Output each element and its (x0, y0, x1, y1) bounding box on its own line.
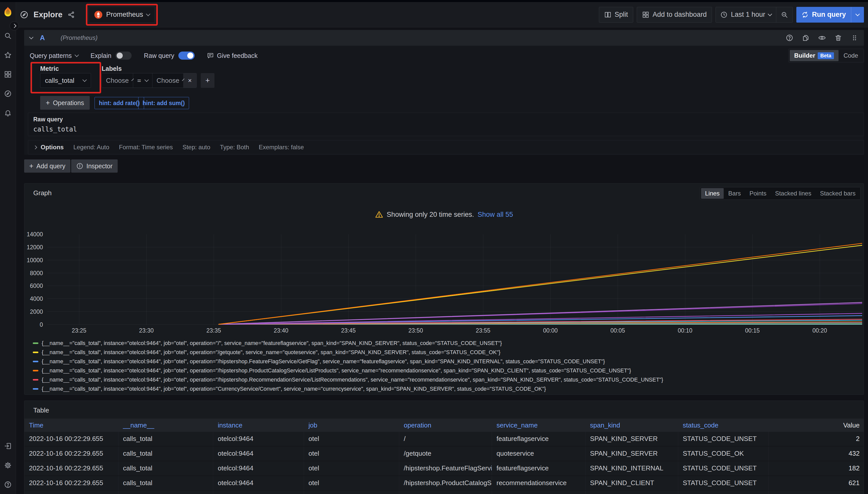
run-query-main[interactable]: Run query (796, 7, 851, 23)
raw-query-label: Raw query (144, 52, 174, 59)
table-cell: otelcol:9464 (213, 491, 304, 494)
graph-mode-stacked-bars[interactable]: Stacked bars (816, 188, 860, 199)
hint-add-rate-button[interactable]: hint: add rate() (94, 97, 144, 109)
column-header-value[interactable]: Value (768, 419, 864, 432)
explain-label: Explain (90, 52, 111, 59)
raw-query-toggle[interactable] (178, 52, 195, 60)
split-button[interactable]: Split (599, 7, 633, 23)
inspector-button[interactable]: Inspector (71, 159, 117, 173)
column-header-job[interactable]: job (304, 419, 399, 432)
time-range-picker[interactable]: Last 1 hour (716, 7, 776, 22)
graph-mode-lines[interactable]: Lines (701, 188, 724, 199)
settings-gear-icon[interactable] (4, 461, 12, 469)
x-axis-tick: 23:35 (198, 327, 229, 334)
top-strip (0, 0, 868, 2)
label-operator-select[interactable]: = (133, 73, 152, 88)
datasource-picker[interactable]: Prometheus (89, 6, 155, 23)
dashboards-icon[interactable] (4, 71, 12, 78)
give-feedback-button[interactable]: Give feedback (207, 52, 258, 59)
expand-sidebar-button[interactable] (10, 21, 19, 31)
run-query-dropdown[interactable] (851, 7, 864, 23)
legend-row[interactable]: {__name__="calls_total", instance="otelc… (33, 339, 502, 347)
trash-icon[interactable] (834, 34, 842, 42)
column-header-name[interactable]: __name__ (119, 419, 213, 432)
x-axis-tick: 00:20 (804, 327, 835, 334)
search-icon[interactable] (4, 32, 12, 40)
collapse-query-icon[interactable] (29, 35, 34, 39)
y-axis-tick: 10000 (24, 256, 43, 264)
remove-label-button[interactable]: × (183, 73, 196, 88)
run-query-button[interactable]: Run query (796, 7, 864, 23)
hint-add-sum-button[interactable]: hint: add sum() (138, 97, 189, 109)
drag-handle-icon[interactable] (851, 34, 858, 42)
table-cell: recommendationservice (492, 476, 585, 490)
chevron-down-icon (75, 53, 79, 57)
metric-select[interactable]: calls_total (40, 73, 91, 88)
tab-code[interactable]: Code (839, 50, 863, 61)
sign-in-icon[interactable] (4, 442, 12, 450)
column-header-spankind[interactable]: span_kind (585, 419, 678, 432)
legend-row[interactable]: {__name__="calls_total", instance="otelc… (33, 376, 663, 384)
graph-mode-group: LinesBarsPointsStacked linesStacked bars (700, 187, 861, 200)
table-cell: STATUS_CODE_UNSET (678, 432, 768, 446)
options-toggle[interactable]: Options (34, 144, 64, 151)
add-label-button[interactable]: + (201, 73, 215, 88)
y-axis-tick: 14000 (24, 231, 43, 238)
labels-field-label: Labels (102, 65, 122, 72)
y-axis-tick: 6000 (24, 282, 43, 289)
legend-row[interactable]: {__name__="calls_total", instance="otelc… (33, 385, 546, 393)
query-row-header[interactable]: A (Prometheus) (24, 30, 864, 46)
share-icon[interactable] (68, 11, 75, 18)
eye-icon[interactable] (818, 34, 826, 42)
explore-compass-icon[interactable] (4, 90, 12, 97)
zoom-out-time-button[interactable] (776, 7, 793, 22)
column-header-statuscode[interactable]: status_code (678, 419, 768, 432)
graph-mode-points[interactable]: Points (745, 188, 771, 199)
y-axis-tick: 0 (24, 321, 43, 328)
operations-button[interactable]: Operations (40, 96, 90, 110)
top-navbar: Explore Prometheus (16, 2, 868, 27)
copy-icon[interactable] (802, 34, 810, 42)
table-cell: otel (304, 446, 399, 461)
grafana-logo-icon[interactable] (2, 6, 14, 17)
help-icon[interactable] (4, 481, 12, 489)
table-cell: /getquote (399, 446, 492, 461)
legend-marker (33, 370, 38, 372)
label-value-select[interactable]: Choose (152, 73, 183, 88)
x-axis-tick: 00:00 (535, 327, 566, 334)
explain-toggle[interactable] (115, 52, 132, 60)
graph-panel: Graph LinesBarsPointsStacked linesStacke… (24, 183, 864, 395)
add-to-dashboard-button[interactable]: Add to dashboard (637, 7, 712, 23)
graph-mode-stacked-lines[interactable]: Stacked lines (771, 188, 815, 199)
graph-mode-bars[interactable]: Bars (724, 188, 745, 199)
add-query-button[interactable]: Add query (24, 159, 70, 173)
metric-value: calls_total (45, 77, 74, 84)
raw-query-box: Raw query calls_total (28, 113, 864, 136)
table-cell: otelcol:9464 (213, 432, 304, 446)
table-cell: otel (304, 491, 399, 494)
info-circle-icon (76, 163, 83, 170)
legend-row[interactable]: {__name__="calls_total", instance="otelc… (33, 357, 605, 365)
chevron-down-icon (83, 78, 87, 82)
chevron-right-icon (33, 145, 37, 149)
label-key-select[interactable]: Choose (102, 73, 133, 88)
column-header-operation[interactable]: operation (399, 419, 492, 432)
starred-icon[interactable] (4, 51, 12, 59)
column-header-instance[interactable]: instance (213, 419, 304, 432)
time-series-chart[interactable] (47, 234, 862, 325)
table-cell: otelcol:9464 (213, 446, 304, 461)
x-axis-tick: 23:40 (266, 327, 296, 334)
alerting-bell-icon[interactable] (4, 109, 12, 117)
legend-row[interactable]: {__name__="calls_total", instance="otelc… (33, 348, 500, 356)
legend-row[interactable]: {__name__="calls_total", instance="otelc… (33, 366, 631, 375)
tab-builder[interactable]: Builder Beta (790, 50, 838, 61)
query-patterns-dropdown[interactable]: Query patterns (30, 52, 78, 59)
show-all-series-link[interactable]: Show all 55 (478, 211, 513, 218)
legend-label: {__name__="calls_total", instance="otelc… (42, 358, 605, 365)
zoom-out-icon (781, 11, 788, 18)
column-header-servicename[interactable]: service_name (492, 419, 585, 432)
help-circle-icon[interactable] (786, 34, 793, 42)
table-cell: 432 (768, 446, 864, 461)
column-header-time[interactable]: Time (24, 419, 119, 432)
y-axis-tick: 2000 (24, 308, 43, 315)
